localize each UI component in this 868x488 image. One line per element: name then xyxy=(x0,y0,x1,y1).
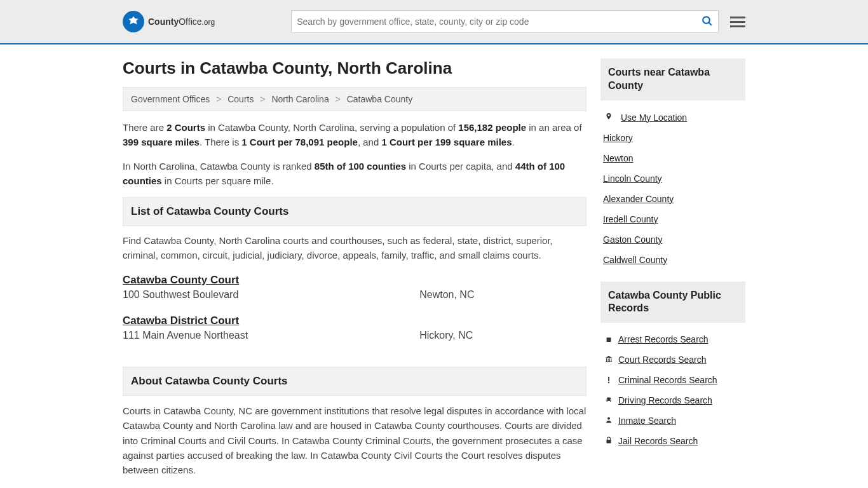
lock-icon xyxy=(603,436,614,446)
svg-point-0 xyxy=(703,17,710,24)
main-content: Courts in Catawba County, North Carolina… xyxy=(123,58,587,488)
near-link-alexander-county[interactable]: Alexander County xyxy=(603,194,674,204)
courts-near-heading: Courts near Catawba County xyxy=(600,58,745,100)
near-link-caldwell-county[interactable]: Caldwell County xyxy=(603,255,667,265)
square-icon: ■ xyxy=(603,334,614,344)
sidebar: Courts near Catawba County Use My Locati… xyxy=(600,58,745,463)
court-item: Catawba District Court 111 Main Avenue N… xyxy=(123,315,587,341)
near-link-hickory[interactable]: Hickory xyxy=(603,133,633,143)
court-city: Hickory, NC xyxy=(419,330,587,341)
public-records-box: Catawba County Public Records ■Arrest Re… xyxy=(600,281,745,454)
use-my-location-link[interactable]: Use My Location xyxy=(621,112,687,123)
near-link-iredell-county[interactable]: Iredell County xyxy=(603,214,658,224)
list-section-desc: Find Catawba County, North Carolina cour… xyxy=(123,234,587,262)
list-section-heading: List of Catawba County Courts xyxy=(123,197,587,226)
court-address: 100 Southwest Boulevard xyxy=(123,289,419,301)
chevron-right-icon: > xyxy=(216,94,221,104)
breadcrumb-courts[interactable]: Courts xyxy=(227,94,254,104)
svg-point-2 xyxy=(607,417,610,420)
public-records-heading: Catawba County Public Records xyxy=(600,281,745,323)
logo-eagle-icon xyxy=(123,11,144,32)
records-link-driving[interactable]: Driving Records Search xyxy=(618,395,712,405)
about-text: Courts in Catawba County, NC are governm… xyxy=(123,403,587,477)
topbar: CountyOffice.org xyxy=(0,0,868,44)
intro-paragraph-2: In North Carolina, Catawba County is ran… xyxy=(123,159,587,189)
chevron-right-icon: > xyxy=(336,94,341,104)
search-box[interactable] xyxy=(291,10,719,33)
hamburger-menu-icon[interactable] xyxy=(730,14,745,30)
search-input[interactable] xyxy=(297,17,702,27)
near-link-gaston-county[interactable]: Gaston County xyxy=(603,234,662,245)
records-link-inmate[interactable]: Inmate Search xyxy=(618,416,676,426)
search-icon[interactable] xyxy=(702,15,713,29)
courthouse-icon xyxy=(603,355,614,365)
near-link-lincoln-county[interactable]: Lincoln County xyxy=(603,173,662,184)
court-link-catawba-county-court[interactable]: Catawba County Court xyxy=(123,274,239,287)
breadcrumb-government-offices[interactable]: Government Offices xyxy=(131,94,210,104)
person-icon xyxy=(603,416,614,426)
logo[interactable]: CountyOffice.org xyxy=(123,11,215,32)
records-link-jail[interactable]: Jail Records Search xyxy=(618,436,698,446)
car-icon xyxy=(603,395,614,405)
page-title: Courts in Catawba County, North Carolina xyxy=(123,58,587,78)
court-link-catawba-district-court[interactable]: Catawba District Court xyxy=(123,315,239,327)
court-address: 111 Main Avenue Northeast xyxy=(123,330,419,341)
breadcrumb: Government Offices > Courts > North Caro… xyxy=(123,87,587,111)
court-city: Newton, NC xyxy=(419,289,587,301)
records-link-criminal[interactable]: Criminal Records Search xyxy=(618,375,717,385)
exclamation-icon: ! xyxy=(603,375,614,385)
breadcrumb-current: Catawba County xyxy=(347,94,413,104)
intro-paragraph-1: There are 2 Courts in Catawba County, No… xyxy=(123,120,587,150)
svg-line-1 xyxy=(709,22,712,25)
records-link-arrest[interactable]: Arrest Records Search xyxy=(618,334,709,344)
records-link-court[interactable]: Court Records Search xyxy=(618,355,707,365)
courts-near-box: Courts near Catawba County Use My Locati… xyxy=(600,58,745,273)
logo-text: CountyOffice.org xyxy=(148,17,215,27)
breadcrumb-north-carolina[interactable]: North Carolina xyxy=(271,94,329,104)
chevron-right-icon: > xyxy=(260,94,265,104)
near-link-newton[interactable]: Newton xyxy=(603,153,633,163)
about-section-heading: About Catawba County Courts xyxy=(123,367,587,396)
location-pin-icon xyxy=(603,112,614,123)
court-item: Catawba County Court 100 Southwest Boule… xyxy=(123,274,587,301)
